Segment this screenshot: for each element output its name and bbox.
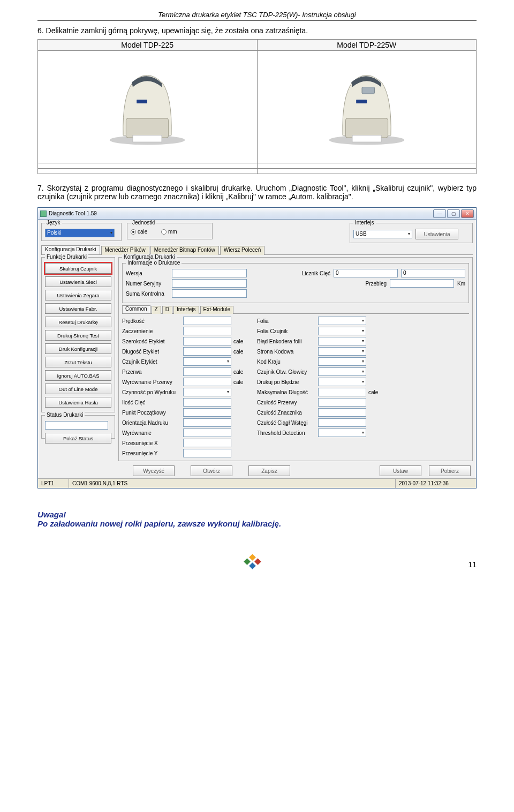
input-version[interactable] [172, 269, 247, 277]
maximize-button[interactable]: ▢ [447, 209, 460, 218]
setting-label: Przerwa [122, 369, 181, 375]
setting-label: Prędkość [122, 318, 181, 324]
interface-settings-button[interactable]: Ustawienia [415, 229, 458, 239]
warning-text: Po załadowaniu nowej rolki papieru, zaws… [37, 519, 477, 528]
language-combo[interactable]: Polski▾ [45, 229, 115, 237]
interface-group-title: Interfejs [353, 220, 376, 225]
reset-printer-button[interactable]: Resetuj Drukarkę [45, 317, 111, 327]
setting-label: Kod Kraju [257, 359, 316, 365]
clear-button[interactable]: Wyczyść [133, 465, 175, 476]
setting-input[interactable] [318, 398, 366, 407]
setting-input[interactable] [183, 367, 231, 376]
close-button[interactable]: ✕ [461, 209, 474, 218]
svg-rect-8 [356, 99, 367, 103]
input-checksum[interactable] [172, 289, 247, 298]
input-serial[interactable] [172, 279, 247, 288]
setting-combo[interactable]: ▾ [183, 357, 231, 366]
setting-combo[interactable]: ▾ [318, 428, 366, 437]
setting-label: Błąd Enkodera folii [257, 339, 316, 344]
subtab-d[interactable]: D [162, 306, 172, 314]
get-button[interactable]: Pobierz [429, 465, 471, 476]
svg-rect-2 [133, 135, 162, 142]
label-version: Wersja [126, 270, 169, 276]
tab-config[interactable]: Konfiguracja Drukarki [41, 245, 100, 254]
tab-command-line[interactable]: Wiersz Poleceń [220, 246, 264, 255]
col-header-2: Model TDP-225W [257, 40, 477, 51]
out-of-line-button[interactable]: Out of Line Mode [45, 384, 111, 394]
setting-combo[interactable]: ▾ [318, 347, 366, 356]
setting-combo[interactable]: ▾ [318, 367, 366, 376]
print-config-button[interactable]: Druk Konfiguracji [45, 343, 111, 354]
subtab-z[interactable]: Z [152, 306, 161, 314]
open-button[interactable]: Otwórz [191, 465, 232, 476]
status-bar: LPT1 COM1 9600,N,8,1 RTS 2013-07-12 11:3… [38, 478, 476, 488]
interface-combo[interactable]: USB▾ [353, 230, 412, 238]
print-test-page-button[interactable]: Drukuj Stronę Test [45, 330, 111, 341]
minimize-button[interactable]: — [433, 209, 446, 218]
setting-combo[interactable]: ▾ [318, 378, 366, 386]
setting-combo[interactable]: ▾ [183, 388, 231, 396]
input-mileage[interactable] [390, 279, 454, 288]
clock-settings-button[interactable]: Ustawienia Zegara [45, 290, 111, 300]
setting-input[interactable] [183, 449, 231, 457]
label-checksum: Suma Kontrolna [126, 291, 169, 297]
setting-input[interactable] [183, 317, 231, 325]
printer-models-table: Model TDP-225 Model TDP-225W [37, 39, 477, 174]
setting-combo[interactable]: ▾ [318, 317, 366, 325]
printer-config-title: Konfiguracja Drukarki [122, 254, 177, 260]
input-cuts-1[interactable]: 0 [334, 269, 398, 277]
network-settings-button[interactable]: Ustawienia Sieci [45, 276, 111, 287]
setting-label: Czynność po Wydruku [122, 389, 181, 395]
setting-combo[interactable]: ▾ [318, 337, 366, 345]
setting-label: Czujnik Etykiet [122, 359, 181, 365]
factory-settings-button[interactable]: Ustawienia Fabr. [45, 303, 111, 314]
setting-input[interactable] [183, 408, 231, 417]
setting-input[interactable] [318, 388, 366, 396]
setting-label: Folia Czujnik [257, 328, 316, 334]
setting-input[interactable] [183, 337, 231, 345]
units-radio-cale[interactable]: cale [131, 229, 147, 235]
password-settings-button[interactable]: Ustawienia Hasła [45, 397, 111, 408]
svg-rect-5 [362, 87, 374, 94]
setting-combo[interactable]: ▾ [318, 327, 366, 335]
setting-input[interactable] [318, 418, 366, 427]
setting-unit: cale [233, 369, 255, 375]
setting-label: Ilość Cięć [122, 400, 181, 405]
input-cuts-2[interactable]: 0 [401, 269, 465, 277]
setting-label: Folia [257, 318, 316, 324]
svg-rect-7 [352, 135, 381, 142]
subtab-ext-module[interactable]: Ext-Module [200, 306, 234, 314]
setting-label: Czułość Przerwy [257, 400, 316, 405]
setting-input[interactable] [183, 378, 231, 386]
units-radio-mm[interactable]: mm [161, 229, 177, 235]
setting-input[interactable] [183, 428, 231, 437]
setting-input[interactable] [318, 408, 366, 417]
setting-input[interactable] [183, 347, 231, 356]
subtab-interface[interactable]: Interfejs [173, 306, 199, 314]
setting-input[interactable] [183, 398, 231, 407]
setting-unit: cale [233, 379, 255, 385]
main-tabstrip: Konfiguracja Drukarki Menedżer Plików Me… [41, 245, 473, 255]
label-serial: Numer Seryjny [126, 281, 169, 287]
printer-status-group: Status Drukarki Pokaż Status [41, 415, 115, 439]
setting-combo[interactable]: ▾ [318, 357, 366, 366]
setting-unit: cale [368, 389, 383, 395]
calibrate-sensor-button[interactable]: Skalibruj Czujnik [45, 263, 111, 274]
window-title: Diagnostic Tool 1.59 [49, 210, 97, 216]
printer-functions-title: Funkcje Drukarki [45, 254, 88, 260]
subtab-common[interactable]: Common [122, 305, 150, 313]
setting-input[interactable] [183, 418, 231, 427]
show-status-button[interactable]: Pokaż Status [45, 433, 111, 443]
setting-label: Wyrównanie Przerwy [122, 379, 181, 385]
setting-input[interactable] [183, 327, 231, 335]
setting-label: Czułość Ciągł Wstęgi [257, 420, 316, 426]
text-dump-button[interactable]: Zrzut Tekstu [45, 357, 111, 367]
set-button[interactable]: Ustaw [380, 465, 421, 476]
step-6-text: 6. Delikatnie zamknij górną pokrywę, upe… [37, 26, 477, 35]
save-button[interactable]: Zapisz [248, 465, 290, 476]
window-titlebar[interactable]: Diagnostic Tool 1.59 — ▢ ✕ [38, 208, 476, 220]
setting-input[interactable] [183, 439, 231, 447]
settings-subtabs: Common Z D Interfejs Ext-Module [122, 305, 469, 314]
ignore-autobas-button[interactable]: Ignoruj AUTO.BAS [45, 370, 111, 381]
language-group: Język Polski▾ [41, 223, 122, 241]
